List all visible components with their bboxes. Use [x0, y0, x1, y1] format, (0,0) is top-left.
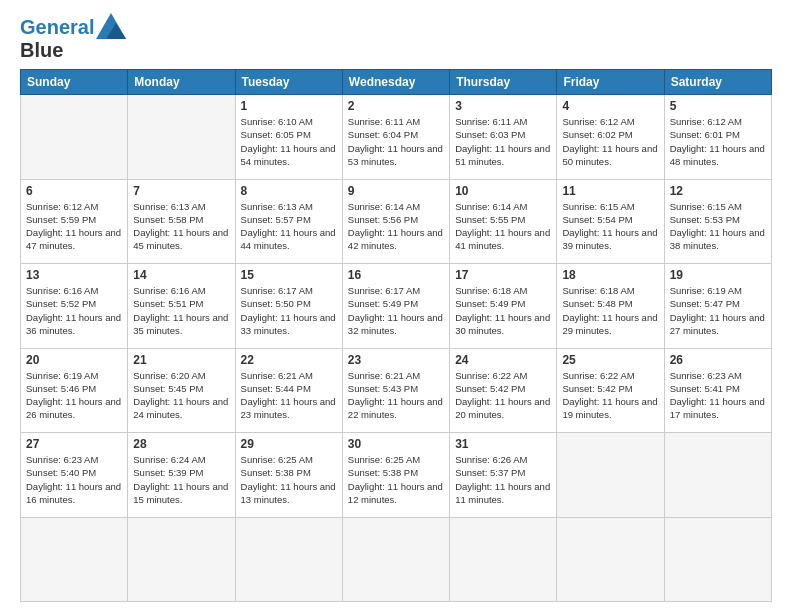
calendar-day-cell: 22Sunrise: 6:21 AMSunset: 5:44 PMDayligh…: [235, 348, 342, 433]
day-number: 23: [348, 353, 444, 367]
day-number: 11: [562, 184, 658, 198]
day-number: 22: [241, 353, 337, 367]
weekday-header-saturday: Saturday: [664, 70, 771, 95]
calendar-day-cell: 13Sunrise: 6:16 AMSunset: 5:52 PMDayligh…: [21, 264, 128, 349]
day-info: Sunrise: 6:10 AMSunset: 6:05 PMDaylight:…: [241, 115, 337, 168]
calendar-week-row: 13Sunrise: 6:16 AMSunset: 5:52 PMDayligh…: [21, 264, 772, 349]
logo-icon: [96, 13, 126, 39]
calendar-day-cell: [128, 95, 235, 180]
day-number: 10: [455, 184, 551, 198]
calendar-day-cell: [342, 517, 449, 602]
day-info: Sunrise: 6:13 AMSunset: 5:57 PMDaylight:…: [241, 200, 337, 253]
day-number: 20: [26, 353, 122, 367]
calendar-day-cell: [21, 95, 128, 180]
calendar-day-cell: [557, 517, 664, 602]
calendar-day-cell: 28Sunrise: 6:24 AMSunset: 5:39 PMDayligh…: [128, 433, 235, 518]
day-number: 31: [455, 437, 551, 451]
calendar-week-row: 27Sunrise: 6:23 AMSunset: 5:40 PMDayligh…: [21, 433, 772, 518]
day-number: 27: [26, 437, 122, 451]
calendar-week-row: 6Sunrise: 6:12 AMSunset: 5:59 PMDaylight…: [21, 179, 772, 264]
day-number: 4: [562, 99, 658, 113]
calendar-day-cell: 12Sunrise: 6:15 AMSunset: 5:53 PMDayligh…: [664, 179, 771, 264]
calendar-day-cell: 19Sunrise: 6:19 AMSunset: 5:47 PMDayligh…: [664, 264, 771, 349]
day-number: 25: [562, 353, 658, 367]
calendar-day-cell: 7Sunrise: 6:13 AMSunset: 5:58 PMDaylight…: [128, 179, 235, 264]
calendar-day-cell: 15Sunrise: 6:17 AMSunset: 5:50 PMDayligh…: [235, 264, 342, 349]
weekday-header-wednesday: Wednesday: [342, 70, 449, 95]
calendar-header-row: SundayMondayTuesdayWednesdayThursdayFrid…: [21, 70, 772, 95]
calendar-day-cell: 3Sunrise: 6:11 AMSunset: 6:03 PMDaylight…: [450, 95, 557, 180]
calendar-day-cell: 8Sunrise: 6:13 AMSunset: 5:57 PMDaylight…: [235, 179, 342, 264]
page: General Blue SundayMondayTuesdayWednesda…: [0, 0, 792, 612]
calendar-day-cell: 27Sunrise: 6:23 AMSunset: 5:40 PMDayligh…: [21, 433, 128, 518]
day-number: 18: [562, 268, 658, 282]
calendar-day-cell: [128, 517, 235, 602]
day-number: 1: [241, 99, 337, 113]
day-info: Sunrise: 6:23 AMSunset: 5:41 PMDaylight:…: [670, 369, 766, 422]
calendar-day-cell: 11Sunrise: 6:15 AMSunset: 5:54 PMDayligh…: [557, 179, 664, 264]
calendar-day-cell: [235, 517, 342, 602]
calendar-day-cell: 1Sunrise: 6:10 AMSunset: 6:05 PMDaylight…: [235, 95, 342, 180]
day-number: 24: [455, 353, 551, 367]
day-number: 12: [670, 184, 766, 198]
day-info: Sunrise: 6:11 AMSunset: 6:04 PMDaylight:…: [348, 115, 444, 168]
day-info: Sunrise: 6:25 AMSunset: 5:38 PMDaylight:…: [241, 453, 337, 506]
day-info: Sunrise: 6:21 AMSunset: 5:44 PMDaylight:…: [241, 369, 337, 422]
calendar-week-row: 1Sunrise: 6:10 AMSunset: 6:05 PMDaylight…: [21, 95, 772, 180]
day-info: Sunrise: 6:25 AMSunset: 5:38 PMDaylight:…: [348, 453, 444, 506]
day-info: Sunrise: 6:18 AMSunset: 5:48 PMDaylight:…: [562, 284, 658, 337]
day-info: Sunrise: 6:21 AMSunset: 5:43 PMDaylight:…: [348, 369, 444, 422]
calendar-day-cell: 18Sunrise: 6:18 AMSunset: 5:48 PMDayligh…: [557, 264, 664, 349]
day-info: Sunrise: 6:16 AMSunset: 5:52 PMDaylight:…: [26, 284, 122, 337]
day-number: 26: [670, 353, 766, 367]
calendar-day-cell: 10Sunrise: 6:14 AMSunset: 5:55 PMDayligh…: [450, 179, 557, 264]
weekday-header-thursday: Thursday: [450, 70, 557, 95]
day-number: 30: [348, 437, 444, 451]
calendar-day-cell: 6Sunrise: 6:12 AMSunset: 5:59 PMDaylight…: [21, 179, 128, 264]
day-number: 16: [348, 268, 444, 282]
calendar-day-cell: 29Sunrise: 6:25 AMSunset: 5:38 PMDayligh…: [235, 433, 342, 518]
day-number: 8: [241, 184, 337, 198]
calendar-day-cell: 30Sunrise: 6:25 AMSunset: 5:38 PMDayligh…: [342, 433, 449, 518]
day-info: Sunrise: 6:19 AMSunset: 5:47 PMDaylight:…: [670, 284, 766, 337]
calendar-day-cell: 31Sunrise: 6:26 AMSunset: 5:37 PMDayligh…: [450, 433, 557, 518]
calendar-day-cell: 9Sunrise: 6:14 AMSunset: 5:56 PMDaylight…: [342, 179, 449, 264]
calendar-day-cell: [664, 433, 771, 518]
day-number: 28: [133, 437, 229, 451]
day-info: Sunrise: 6:20 AMSunset: 5:45 PMDaylight:…: [133, 369, 229, 422]
day-number: 21: [133, 353, 229, 367]
calendar-week-row: [21, 517, 772, 602]
calendar-week-row: 20Sunrise: 6:19 AMSunset: 5:46 PMDayligh…: [21, 348, 772, 433]
calendar-day-cell: [450, 517, 557, 602]
day-number: 2: [348, 99, 444, 113]
day-number: 13: [26, 268, 122, 282]
calendar-day-cell: 2Sunrise: 6:11 AMSunset: 6:04 PMDaylight…: [342, 95, 449, 180]
day-info: Sunrise: 6:24 AMSunset: 5:39 PMDaylight:…: [133, 453, 229, 506]
day-info: Sunrise: 6:26 AMSunset: 5:37 PMDaylight:…: [455, 453, 551, 506]
day-info: Sunrise: 6:23 AMSunset: 5:40 PMDaylight:…: [26, 453, 122, 506]
logo: General Blue: [20, 15, 126, 61]
calendar-day-cell: [557, 433, 664, 518]
day-number: 9: [348, 184, 444, 198]
day-number: 3: [455, 99, 551, 113]
weekday-header-friday: Friday: [557, 70, 664, 95]
day-info: Sunrise: 6:13 AMSunset: 5:58 PMDaylight:…: [133, 200, 229, 253]
calendar-day-cell: 20Sunrise: 6:19 AMSunset: 5:46 PMDayligh…: [21, 348, 128, 433]
day-number: 29: [241, 437, 337, 451]
calendar-day-cell: 5Sunrise: 6:12 AMSunset: 6:01 PMDaylight…: [664, 95, 771, 180]
day-info: Sunrise: 6:19 AMSunset: 5:46 PMDaylight:…: [26, 369, 122, 422]
calendar-day-cell: 24Sunrise: 6:22 AMSunset: 5:42 PMDayligh…: [450, 348, 557, 433]
calendar-day-cell: [664, 517, 771, 602]
day-number: 17: [455, 268, 551, 282]
day-info: Sunrise: 6:16 AMSunset: 5:51 PMDaylight:…: [133, 284, 229, 337]
day-info: Sunrise: 6:18 AMSunset: 5:49 PMDaylight:…: [455, 284, 551, 337]
logo-general: General: [20, 16, 94, 38]
day-info: Sunrise: 6:15 AMSunset: 5:54 PMDaylight:…: [562, 200, 658, 253]
calendar-day-cell: 16Sunrise: 6:17 AMSunset: 5:49 PMDayligh…: [342, 264, 449, 349]
day-info: Sunrise: 6:22 AMSunset: 5:42 PMDaylight:…: [455, 369, 551, 422]
calendar-table: SundayMondayTuesdayWednesdayThursdayFrid…: [20, 69, 772, 602]
logo-text: General: [20, 16, 94, 38]
day-info: Sunrise: 6:17 AMSunset: 5:49 PMDaylight:…: [348, 284, 444, 337]
weekday-header-monday: Monday: [128, 70, 235, 95]
day-number: 14: [133, 268, 229, 282]
